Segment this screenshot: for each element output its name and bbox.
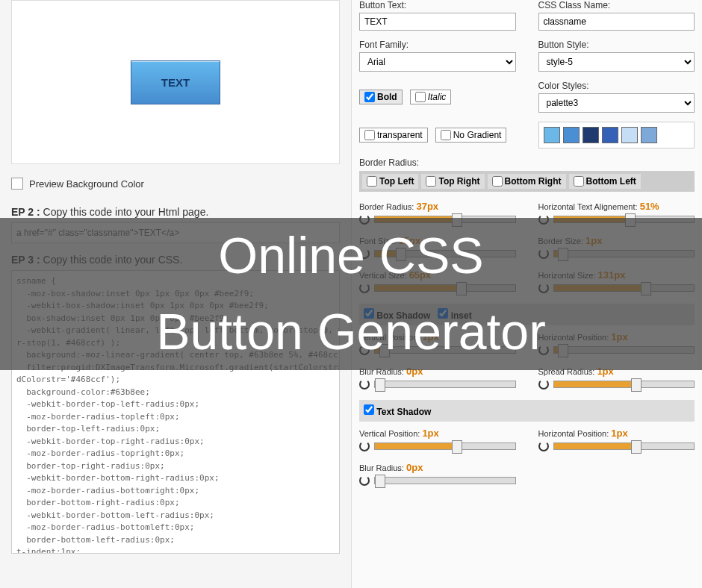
refresh-icon[interactable] — [538, 283, 549, 293]
slider-blur2: Blur Radius: 0px — [359, 462, 516, 486]
bg-color-row: Preview Background Color — [11, 172, 340, 196]
step2-title: EP 2 : Copy this code into your Html pag… — [11, 206, 340, 218]
slider-track-border-radius[interactable] — [374, 216, 516, 223]
slider-spread: Spread Radius: 1px — [538, 366, 695, 390]
corner-bottom-right[interactable]: Bottom Right — [488, 174, 566, 189]
slider-v-pos1: Vertical Position: 1px — [359, 331, 516, 355]
slider-track-v-size[interactable] — [374, 284, 516, 292]
refresh-icon[interactable] — [538, 248, 549, 259]
palette-swatch-0[interactable] — [544, 127, 560, 143]
font-family-select[interactable]: Arial — [359, 52, 516, 72]
preview-area: TEXT — [11, 0, 340, 164]
slider-border-size: Border Size: 1px — [538, 235, 695, 259]
slider-v-pos2: Vertical Position: 1px — [359, 428, 516, 451]
button-text-input[interactable] — [359, 13, 516, 31]
palette-swatch-2[interactable] — [583, 127, 599, 143]
slider-h-size: Horizontal Size: 131px — [538, 269, 695, 293]
slider-h-pos2: Horizontal Position: 1px — [538, 428, 695, 451]
slider-h-align: Horizontal Text Alignement: 51% — [538, 201, 695, 225]
palette-swatch-3[interactable] — [602, 127, 618, 143]
bold-checkbox[interactable]: Bold — [359, 90, 403, 104]
slider-track-h-pos1[interactable] — [553, 346, 695, 354]
box-shadow-header: Box Shadow inset — [359, 304, 695, 325]
box-shadow-checkbox[interactable]: Box Shadow — [364, 308, 430, 321]
corner-bottom-left[interactable]: Bottom Left — [569, 174, 641, 189]
slider-track-h-size[interactable] — [553, 284, 695, 292]
refresh-icon[interactable] — [359, 214, 370, 225]
border-radius-label: Border Radius: — [359, 157, 695, 168]
slider-border-radius: Border Radius: 37px — [359, 201, 516, 225]
button-style-select[interactable]: style-5 — [538, 52, 695, 72]
step2-code[interactable]: a href="#" class="classname">TEXT</a> — [11, 222, 340, 243]
slider-v-size: Vertical Size: 65px — [359, 269, 516, 293]
step3-code[interactable]: ssname { -moz-box-shadow:inset 0px 1px 0… — [11, 270, 340, 554]
refresh-icon[interactable] — [359, 379, 370, 390]
slider-track-font-size[interactable] — [374, 250, 516, 257]
corner-top-left[interactable]: Top Left — [362, 174, 418, 189]
refresh-icon[interactable] — [538, 379, 549, 390]
step3-title: EP 3 : Copy this code into your CSS. — [11, 254, 340, 266]
color-styles-select[interactable]: palette3 — [538, 93, 695, 113]
palette-swatch-5[interactable] — [641, 127, 657, 143]
refresh-icon[interactable] — [359, 441, 370, 451]
inset-checkbox[interactable]: inset — [438, 308, 471, 321]
transparent-checkbox[interactable]: transparent — [359, 128, 428, 143]
refresh-icon[interactable] — [359, 475, 370, 486]
slider-blur1: Blur Radius: 0px — [359, 366, 516, 390]
refresh-icon[interactable] — [359, 248, 370, 259]
css-class-label: CSS Class Name: — [538, 0, 695, 10]
bg-color-label: Preview Background Color — [29, 178, 144, 190]
slider-track-spread[interactable] — [553, 381, 695, 388]
refresh-icon[interactable] — [538, 441, 549, 451]
text-shadow-header: Text Shadow — [359, 400, 695, 422]
no-gradient-checkbox[interactable]: No Gradient — [435, 128, 507, 143]
refresh-icon[interactable] — [538, 214, 549, 225]
slider-h-pos1: Horizontal Position: 1px — [538, 331, 695, 355]
slider-track-blur1[interactable] — [374, 381, 516, 388]
slider-track-border-size[interactable] — [553, 250, 695, 257]
slider-track-h-pos2[interactable] — [553, 442, 695, 450]
slider-track-h-align[interactable] — [553, 216, 695, 223]
italic-checkbox[interactable]: Italic — [410, 90, 452, 104]
slider-track-v-pos1[interactable] — [374, 346, 516, 354]
corner-top-right[interactable]: Top Right — [421, 174, 484, 189]
refresh-icon[interactable] — [359, 283, 370, 293]
refresh-icon[interactable] — [538, 345, 549, 355]
refresh-icon[interactable] — [359, 345, 370, 355]
color-styles-label: Color Styles: — [538, 81, 695, 91]
slider-track-blur2[interactable] — [374, 477, 516, 484]
bg-color-swatch[interactable] — [11, 178, 23, 190]
palette-swatch-1[interactable] — [563, 127, 580, 143]
slider-font-size: Font Size: 15px — [359, 235, 516, 259]
font-family-label: Font Family: — [359, 40, 516, 50]
palette-swatch-4[interactable] — [621, 127, 638, 143]
css-class-input[interactable] — [538, 13, 695, 31]
preview-button[interactable]: TEXT — [131, 60, 220, 104]
button-text-label: Button Text: — [359, 0, 516, 10]
border-radius-corners: Top Left Top Right Bottom Right Bottom L… — [359, 171, 695, 192]
text-shadow-checkbox[interactable]: Text Shadow — [364, 404, 431, 417]
palette — [538, 122, 695, 148]
slider-track-v-pos2[interactable] — [374, 442, 516, 450]
button-style-label: Button Style: — [538, 40, 695, 50]
